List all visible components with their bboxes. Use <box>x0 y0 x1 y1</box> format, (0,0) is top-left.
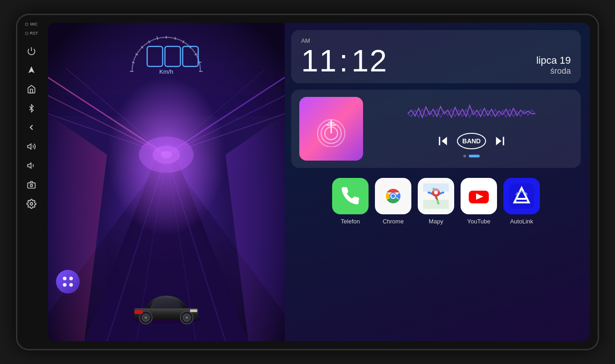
svg-rect-3 <box>28 183 36 188</box>
chrome-icon-box <box>375 178 411 214</box>
clock-hour: 11 <box>301 45 338 76</box>
waveform-display <box>370 100 573 127</box>
svg-point-75 <box>391 194 395 198</box>
svg-point-53 <box>185 316 188 319</box>
clock-minute: 12 <box>352 45 388 76</box>
svg-point-61 <box>69 283 73 287</box>
next-button[interactable] <box>493 135 506 147</box>
navigation-button[interactable] <box>23 62 40 78</box>
left-panel: Km/h <box>48 23 285 341</box>
svg-point-4 <box>31 184 33 187</box>
svg-rect-80 <box>423 183 449 192</box>
svg-point-50 <box>144 316 147 319</box>
svg-point-59 <box>69 277 73 280</box>
device-frame: MIC RST <box>16 14 599 350</box>
radio-controls: BAND <box>370 100 573 157</box>
power-button[interactable] <box>23 43 40 59</box>
svg-rect-43 <box>165 46 180 66</box>
apps-button[interactable] <box>56 270 80 293</box>
mapy-label: Mapy <box>429 218 443 225</box>
prev-button[interactable] <box>437 135 450 147</box>
home-button[interactable] <box>23 81 40 97</box>
playback-controls: BAND <box>370 133 573 149</box>
youtube-label: YouTube <box>467 218 490 225</box>
band-button[interactable]: BAND <box>457 133 486 149</box>
main-screen: Km/h <box>48 23 590 341</box>
radio-icon <box>313 111 349 147</box>
app-youtube[interactable]: YouTube <box>461 178 497 225</box>
telefon-icon <box>332 178 369 214</box>
svg-point-60 <box>63 283 67 287</box>
app-shortcuts: Telefon <box>291 174 581 228</box>
clock-weekday: środa <box>536 66 571 76</box>
volume-down-button[interactable] <box>23 157 40 174</box>
car-image <box>125 287 207 328</box>
right-panel: AM 11 : 12 lipca 19 środa <box>285 23 590 341</box>
bluetooth-button[interactable] <box>23 100 40 116</box>
camera-button[interactable] <box>23 177 40 193</box>
svg-rect-56 <box>190 309 197 312</box>
svg-marker-70 <box>496 137 502 146</box>
svg-rect-55 <box>134 310 143 314</box>
app-mapy[interactable]: Mapy <box>418 178 454 225</box>
speedometer-gauge: Km/h <box>121 28 212 78</box>
app-autolink[interactable]: AutoLink <box>503 178 540 225</box>
svg-point-5 <box>30 202 33 205</box>
svg-marker-2 <box>28 163 31 168</box>
radio-icon-box[interactable] <box>299 97 363 161</box>
autolink-icon-box <box>503 178 540 214</box>
svg-text:Km/h: Km/h <box>159 68 173 75</box>
clock-month-day: lipca 19 <box>536 55 571 66</box>
svg-point-58 <box>63 277 67 280</box>
svg-rect-42 <box>147 46 163 66</box>
clock-widget: AM 11 : 12 lipca 19 środa <box>291 30 581 83</box>
mic-label: MIC <box>25 22 38 26</box>
svg-marker-1 <box>28 144 31 149</box>
settings-button[interactable] <box>23 196 40 212</box>
rst-label: RST <box>25 31 38 35</box>
telefon-label: Telefon <box>341 218 360 225</box>
chrome-label: Chrome <box>383 218 404 225</box>
app-chrome[interactable]: Chrome <box>375 178 411 225</box>
youtube-icon-box <box>461 178 497 214</box>
side-controls: MIC RST <box>16 14 47 350</box>
volume-up-button[interactable] <box>23 138 40 155</box>
back-button[interactable] <box>23 119 40 136</box>
clock-date: lipca 19 środa <box>527 55 571 76</box>
app-telefon[interactable]: Telefon <box>332 178 369 225</box>
autolink-label: AutoLink <box>510 218 533 225</box>
progress-dot-2 <box>469 155 480 157</box>
clock-separator: : <box>338 45 352 76</box>
radio-widget: BAND <box>291 90 581 168</box>
mapy-icon-box <box>418 178 454 214</box>
svg-rect-79 <box>423 200 449 209</box>
progress-dots <box>370 155 573 157</box>
progress-dot-1 <box>463 155 466 157</box>
svg-marker-68 <box>442 137 447 146</box>
svg-rect-44 <box>183 46 198 66</box>
